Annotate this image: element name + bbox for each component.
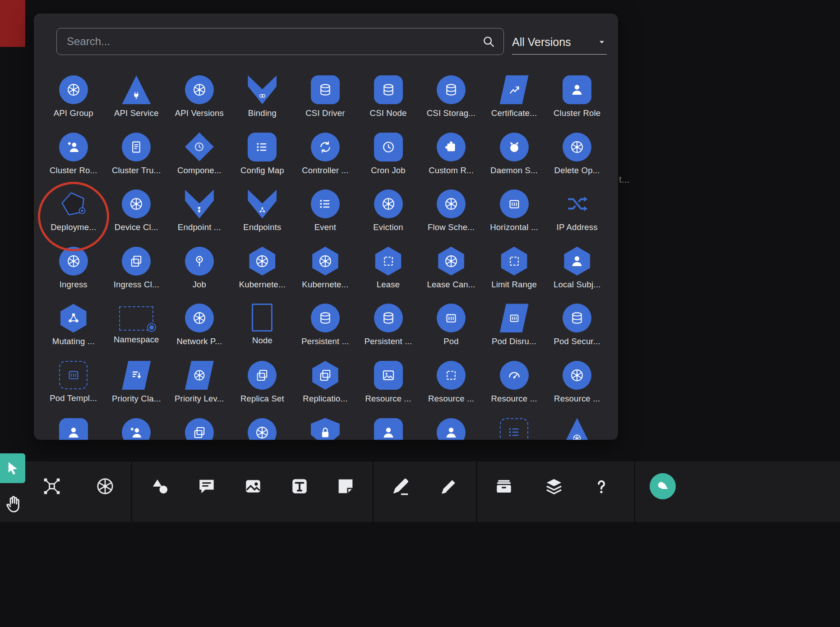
kubernete-icon: [311, 247, 340, 276]
grid-item-mutating[interactable]: Mutating ...: [42, 303, 105, 360]
help-tool[interactable]: [589, 474, 614, 499]
grid-item-hidden-3[interactable]: [168, 417, 231, 440]
grid-item-pod-templ[interactable]: Pod Templ...: [42, 360, 105, 417]
archive-icon: [494, 476, 514, 497]
version-filter-label: All Versions: [512, 36, 571, 49]
grid-item-resource[interactable]: Resource ...: [545, 360, 609, 417]
diagram-tool[interactable]: [39, 474, 65, 499]
grid-item-csi-storag[interactable]: CSI Storag...: [420, 74, 483, 132]
grid-item-persistent[interactable]: Persistent ...: [294, 303, 357, 360]
hidden-6-icon: [374, 418, 403, 440]
grid-item-lease[interactable]: Lease: [357, 246, 420, 303]
text-icon: [289, 476, 310, 497]
grid-item-deployme[interactable]: Deployme...: [42, 189, 105, 246]
ip-address-icon: [563, 189, 591, 218]
search-box[interactable]: [56, 28, 504, 55]
grid-item-eviction[interactable]: Eviction: [357, 189, 420, 246]
image-tool[interactable]: [240, 474, 266, 499]
grid-item-flow-sche[interactable]: Flow Sche...: [420, 189, 483, 246]
grid-item-daemon-s[interactable]: Daemon S...: [483, 132, 546, 189]
grid-item-kubernete[interactable]: Kubernete...: [231, 246, 294, 303]
select-tool[interactable]: [0, 453, 25, 483]
grid-item-cluster-role[interactable]: Cluster Role: [545, 74, 609, 132]
grid-item-resource[interactable]: Resource ...: [357, 360, 420, 417]
grid-item-binding[interactable]: Binding: [231, 74, 294, 132]
grid-item-endpoints[interactable]: Endpoints: [231, 189, 294, 246]
grid-item-hidden-5[interactable]: [294, 417, 357, 440]
pan-tool[interactable]: [1, 491, 26, 517]
grid-item-ingress-cl[interactable]: Ingress Cl...: [105, 246, 168, 303]
grid-item-api-versions[interactable]: API Versions: [168, 74, 231, 132]
grid-item-config-map[interactable]: Config Map: [231, 132, 294, 189]
grid-item-pod-disru[interactable]: Pod Disru...: [483, 303, 546, 360]
grid-item-controller[interactable]: Controller ...: [294, 132, 357, 189]
grid-item-node[interactable]: Node: [231, 303, 294, 360]
grid-item-cluster-ro[interactable]: Cluster Ro...: [42, 132, 105, 189]
grid-item-persistent[interactable]: Persistent ...: [357, 303, 420, 360]
grid-item-resource[interactable]: Resource ...: [420, 360, 483, 417]
grid-item-resource[interactable]: Resource ...: [483, 360, 546, 417]
grid-item-ingress[interactable]: Ingress: [42, 246, 105, 303]
grid-item-local-subj[interactable]: Local Subj...: [545, 246, 609, 303]
comment-tool[interactable]: [194, 474, 219, 499]
grid-item-device-cl[interactable]: Device Cl...: [105, 189, 168, 246]
grid-item-delete-op[interactable]: Delete Op...: [545, 132, 609, 189]
grid-item-ip-address[interactable]: IP Address: [545, 189, 609, 246]
grid-item-api-group[interactable]: API Group: [42, 74, 105, 132]
grid-item-kubernete[interactable]: Kubernete...: [294, 246, 357, 303]
grid-item-csi-node[interactable]: CSI Node: [357, 74, 420, 132]
shapes-tool[interactable]: [148, 474, 173, 499]
kubernetes-tool[interactable]: [92, 474, 118, 499]
note-tool[interactable]: [333, 474, 358, 499]
canvas-red-shape: [0, 0, 25, 47]
grid-item-compone[interactable]: Compone...: [168, 132, 231, 189]
logo-button[interactable]: [650, 473, 676, 499]
text-tool[interactable]: [287, 474, 312, 499]
priority-lev-icon: [185, 361, 214, 390]
grid-item-label: Network P...: [176, 337, 222, 346]
grid-item-label: Delete Op...: [554, 166, 600, 175]
grid-item-network-p[interactable]: Network P...: [168, 303, 231, 360]
grid-item-priority-lev[interactable]: Priority Lev...: [168, 360, 231, 417]
grid-item-lease-can[interactable]: Lease Can...: [420, 246, 483, 303]
grid-item-hidden-6[interactable]: [357, 417, 420, 440]
deployme-icon: [59, 189, 88, 218]
grid-item-cluster-tru[interactable]: Cluster Tru...: [105, 132, 168, 189]
grid-item-custom-r[interactable]: Custom R...: [420, 132, 483, 189]
grid-item-api-service[interactable]: API Service: [105, 74, 168, 132]
grid-item-label: API Service: [114, 108, 159, 118]
grid-item-replicatio[interactable]: Replicatio...: [294, 360, 357, 417]
grid-item-pod-secur[interactable]: Pod Secur...: [545, 303, 609, 360]
pen-icon: [390, 476, 411, 497]
grid-item-hidden-2[interactable]: [105, 417, 168, 440]
grid-item-label: Ingress Cl...: [114, 280, 159, 290]
grid-item-hidden-7[interactable]: [420, 417, 483, 440]
grid-item-hidden-1[interactable]: [42, 417, 105, 440]
grid-item-csi-driver[interactable]: CSI Driver: [294, 74, 357, 132]
grid-item-label: Ingress: [60, 280, 88, 290]
search-icon[interactable]: [482, 35, 495, 48]
draw-tool[interactable]: [388, 474, 413, 499]
highlighter-tool[interactable]: [436, 474, 462, 499]
layers-tool[interactable]: [541, 474, 567, 499]
grid-item-namespace[interactable]: Namespace: [105, 303, 168, 360]
grid-item-certificate[interactable]: Certificate...: [483, 74, 546, 132]
priority-cla-icon: [122, 361, 151, 390]
grid-item-replica-set[interactable]: Replica Set: [231, 360, 294, 417]
grid-item-horizontal[interactable]: Horizontal ...: [483, 189, 546, 246]
grid-item-label: Pod Templ...: [50, 393, 97, 403]
search-input[interactable]: [57, 28, 482, 55]
grid-item-hidden-4[interactable]: [231, 417, 294, 440]
version-filter-dropdown[interactable]: All Versions: [512, 30, 607, 55]
grid-item-job[interactable]: Job: [168, 246, 231, 303]
grid-item-hidden-9[interactable]: [545, 417, 609, 440]
grid-item-priority-cla[interactable]: Priority Cla...: [105, 360, 168, 417]
lease-can-icon: [437, 247, 466, 276]
grid-item-cron-job[interactable]: Cron Job: [357, 132, 420, 189]
grid-item-endpoint[interactable]: Endpoint ...: [168, 189, 231, 246]
grid-item-limit-range[interactable]: Limit Range: [483, 246, 546, 303]
grid-item-event[interactable]: Event: [294, 189, 357, 246]
grid-item-hidden-8[interactable]: [483, 417, 546, 440]
grid-item-pod[interactable]: Pod: [420, 303, 483, 360]
library-tool[interactable]: [491, 474, 517, 499]
